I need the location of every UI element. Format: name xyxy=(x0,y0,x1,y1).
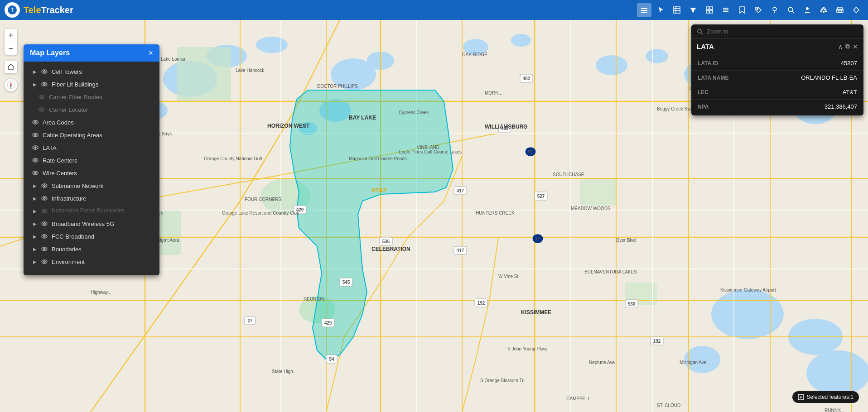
selected-features-label: Selected features:1 xyxy=(807,394,854,400)
svg-point-157 xyxy=(43,71,45,72)
layer-item-cable-operating[interactable]: Cable Operating Areas xyxy=(25,129,158,141)
svg-line-189 xyxy=(701,33,703,34)
layer-label: Submarine Network xyxy=(52,182,103,189)
layers-panel-title: Map Layers xyxy=(30,49,70,57)
layer-item-boundaries[interactable]: ▶ Boundaries xyxy=(25,243,158,255)
layer-item-carrier-locator[interactable]: Carrier Locator xyxy=(25,103,158,116)
svg-point-17 xyxy=(773,7,776,11)
svg-text:Cypress Creek: Cypress Creek xyxy=(399,110,429,115)
lata-field-row-npa: NPA 321,386,407 xyxy=(691,100,863,114)
svg-point-19 xyxy=(788,7,793,12)
svg-text:S Orange Blossom Trl: S Orange Blossom Trl xyxy=(480,378,525,383)
lata-collapse-button[interactable]: ∧ xyxy=(838,43,843,50)
lata-info-title: LATA xyxy=(697,43,714,50)
svg-text:482: 482 xyxy=(523,76,530,81)
diamond-tool-button[interactable] xyxy=(849,3,863,17)
layer-label: Fiber Lit Buildings xyxy=(52,81,98,88)
svg-text:Kissimmee Gateway Airport: Kissimmee Gateway Airport xyxy=(720,287,776,292)
signal-tool-button[interactable] xyxy=(816,3,831,17)
visibility-icon xyxy=(41,233,48,240)
layer-item-lata[interactable]: LATA xyxy=(25,141,158,154)
layer-item-fiber-lit[interactable]: ▶ Fiber Lit Buildings xyxy=(25,78,158,91)
layer-item-submarine-network[interactable]: ▶ Submarine Network xyxy=(25,179,158,192)
home-button[interactable] xyxy=(5,61,17,73)
layer-item-environment[interactable]: ▶ Environment xyxy=(25,255,158,268)
svg-point-177 xyxy=(43,197,45,199)
svg-text:91: 91 xyxy=(528,149,533,154)
person-tool-button[interactable] xyxy=(800,3,815,17)
svg-point-30 xyxy=(256,37,288,53)
lata-close-button[interactable]: ✕ xyxy=(853,43,858,50)
layer-item-fcc-broadband[interactable]: ▶ FCC Broadband xyxy=(25,230,158,243)
pointer-tool-button[interactable] xyxy=(653,3,668,17)
svg-text:545: 545 xyxy=(342,280,350,285)
zoom-in-button[interactable]: + xyxy=(5,29,17,42)
features-icon xyxy=(798,394,804,400)
logo-icon: T xyxy=(5,2,20,18)
grid-tool-button[interactable] xyxy=(702,3,717,17)
visibility-icon xyxy=(32,144,39,151)
list-tool-button[interactable] xyxy=(719,3,733,17)
svg-text:192: 192 xyxy=(477,301,485,306)
compass[interactable] xyxy=(5,79,17,91)
layer-label: Cell Towers xyxy=(52,68,82,75)
search-tool-button[interactable] xyxy=(784,3,798,17)
svg-rect-11 xyxy=(706,10,709,13)
svg-text:Michigan Ave: Michigan Ave xyxy=(680,360,707,365)
svg-rect-4 xyxy=(641,12,647,13)
svg-text:KISSIMMEE: KISSIMMEE xyxy=(521,309,551,316)
svg-text:HORIZON WEST: HORIZON WEST xyxy=(267,123,310,129)
layer-item-carrier-fiber[interactable]: Carrier Fiber Routes xyxy=(25,91,158,103)
print-tool-button[interactable] xyxy=(833,3,847,17)
svg-point-185 xyxy=(43,248,45,250)
lata-copy-button[interactable]: ⧉ xyxy=(845,43,850,50)
layer-item-wire-centers[interactable]: Wire Centers xyxy=(25,167,158,179)
layers-tool-button[interactable] xyxy=(637,3,651,17)
table-tool-button[interactable] xyxy=(670,3,684,17)
svg-point-16 xyxy=(757,9,758,10)
expand-icon: ▶ xyxy=(32,208,38,214)
svg-rect-3 xyxy=(641,10,647,11)
svg-text:S John Young Pkwy: S John Young Pkwy xyxy=(507,346,547,351)
layer-item-nationwide-parcel[interactable]: ▶ Nationwide Parcel Boundaries xyxy=(25,205,158,217)
svg-point-187 xyxy=(43,261,45,263)
layers-panel-body: ▶ Cell Towers ▶ Fiber Lit Buildings Car xyxy=(24,62,159,275)
visibility-icon xyxy=(41,182,48,189)
svg-rect-5 xyxy=(674,7,680,13)
pin-tool-button[interactable] xyxy=(767,3,782,17)
expand-icon: ▶ xyxy=(32,182,38,189)
bookmark-tool-button[interactable] xyxy=(735,3,749,17)
layers-close-button[interactable]: × xyxy=(148,49,153,57)
svg-text:192: 192 xyxy=(653,339,661,344)
svg-rect-9 xyxy=(706,7,709,10)
svg-text:MORN...: MORN... xyxy=(485,91,502,96)
layer-item-infrastructure[interactable]: ▶ Infrastructure xyxy=(25,192,158,205)
lata-header-buttons: ∧ ⧉ ✕ xyxy=(838,43,858,50)
zoom-search-input[interactable] xyxy=(707,28,858,35)
expand-icon: ▶ xyxy=(32,195,38,201)
layer-label: Cable Operating Areas xyxy=(43,132,102,139)
layer-item-area-codes[interactable]: Area Codes xyxy=(25,116,158,129)
visibility-icon xyxy=(32,131,39,139)
tag-tool-button[interactable] xyxy=(751,3,766,17)
layer-item-cell-towers[interactable]: ▶ Cell Towers xyxy=(25,65,158,78)
lata-field-value: AT&T xyxy=(843,89,857,96)
svg-point-47 xyxy=(684,346,720,373)
layer-label: Infrastructure xyxy=(52,195,87,202)
zoom-out-button[interactable]: − xyxy=(5,42,17,55)
svg-point-169 xyxy=(34,147,36,149)
svg-text:Lake Hancock: Lake Hancock xyxy=(236,68,265,73)
filter-tool-button[interactable] xyxy=(686,3,700,17)
svg-point-165 xyxy=(34,121,36,123)
svg-point-167 xyxy=(34,134,36,136)
layer-item-rate-centers[interactable]: Rate Centers xyxy=(25,154,158,167)
svg-point-188 xyxy=(698,29,701,33)
svg-point-22 xyxy=(823,11,825,13)
svg-text:Neptune Ave: Neptune Ave xyxy=(589,360,615,365)
map-container[interactable]: 429 417 536 482 527 417 192 27 545 429 2… xyxy=(0,20,868,412)
svg-rect-2 xyxy=(641,8,647,9)
layer-item-broadband-5g[interactable]: ▶ Broadband Wireless 5G xyxy=(25,217,158,230)
svg-text:RUNNY...: RUNNY... xyxy=(825,408,844,412)
search-icon xyxy=(697,29,703,35)
app-title: TeleTracker xyxy=(24,5,73,15)
